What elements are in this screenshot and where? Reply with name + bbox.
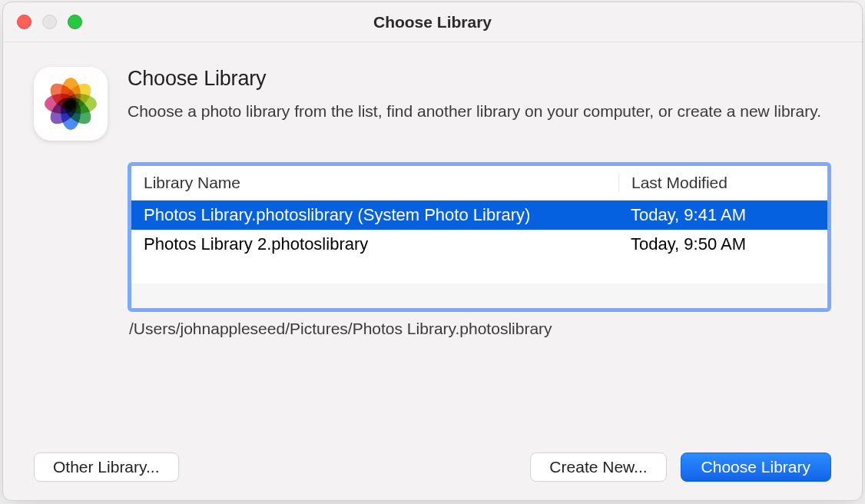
column-header-name[interactable]: Library Name — [144, 174, 614, 192]
window-title: Choose Library — [3, 13, 862, 32]
dialog-heading: Choose Library — [128, 67, 831, 91]
heading-block: Choose Library Choose a photo library fr… — [128, 67, 831, 123]
selected-library-path: /Users/johnappleseed/Pictures/Photos Lib… — [128, 320, 831, 338]
titlebar: Choose Library — [3, 2, 862, 42]
column-header-modified[interactable]: Last Modified — [618, 174, 815, 192]
dialog-content: Choose Library Choose a photo library fr… — [3, 42, 862, 500]
photos-flower-icon — [44, 77, 98, 131]
table-header: Library Name Last Modified — [131, 166, 827, 201]
photos-app-icon — [34, 67, 108, 141]
table-row[interactable]: Photos Library 2.photoslibrary Today, 9:… — [131, 230, 827, 259]
close-window-button[interactable] — [17, 15, 31, 29]
button-row: Other Library... Create New... Choose Li… — [34, 434, 831, 482]
table-row-empty — [131, 284, 827, 308]
header-row: Choose Library Choose a photo library fr… — [34, 67, 831, 141]
minimize-window-button — [42, 15, 57, 29]
traffic-lights — [17, 15, 82, 29]
library-table[interactable]: Library Name Last Modified Photos Librar… — [128, 162, 831, 312]
dialog-window: Choose Library Choose Library Choose a p… — [2, 2, 863, 501]
table-row-empty — [131, 259, 827, 284]
library-name-cell: Photos Library.photoslibrary (System Pho… — [144, 205, 614, 225]
library-modified-cell: Today, 9:50 AM — [618, 234, 815, 254]
table-row[interactable]: Photos Library.photoslibrary (System Pho… — [131, 201, 827, 230]
dialog-description: Choose a photo library from the list, fi… — [128, 100, 831, 123]
other-library-button[interactable]: Other Library... — [34, 453, 179, 482]
library-modified-cell: Today, 9:41 AM — [618, 205, 815, 225]
choose-library-button[interactable]: Choose Library — [681, 453, 831, 482]
library-name-cell: Photos Library 2.photoslibrary — [144, 234, 614, 254]
create-new-button[interactable]: Create New... — [530, 453, 666, 482]
library-list-section: Library Name Last Modified Photos Librar… — [128, 162, 831, 338]
zoom-window-button[interactable] — [68, 15, 82, 29]
